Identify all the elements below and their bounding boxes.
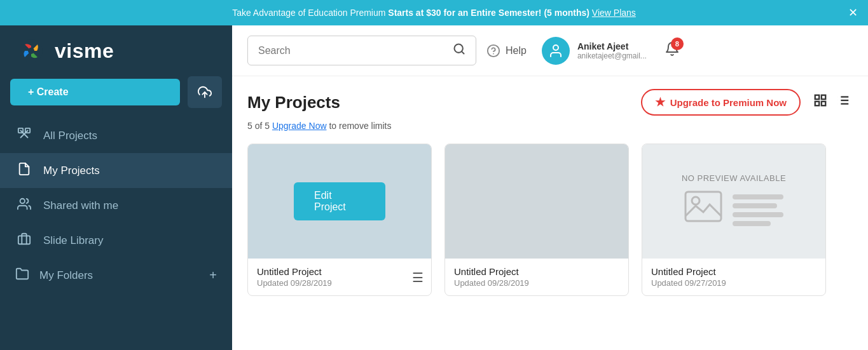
svg-point-13: [553, 45, 558, 50]
sidebar-actions: + Create: [0, 76, 232, 118]
svg-rect-8: [18, 236, 30, 244]
svg-point-1: [28, 48, 34, 54]
sidebar-item-shared-with-me[interactable]: Shared with me: [0, 188, 232, 223]
header-right: ★ Upgrade to Premium Now: [641, 89, 853, 116]
slide-library-icon: [15, 232, 33, 249]
my-folders-icon: [15, 267, 29, 284]
grid-icon: [813, 93, 827, 107]
svg-rect-24: [685, 192, 721, 221]
sidebar: visme + Create All Projects: [0, 25, 232, 350]
banner-text: Take Advantage of Education Premium Star…: [232, 8, 636, 18]
page-title: My Projects: [247, 93, 340, 112]
upgrade-star-icon: ★: [655, 95, 665, 109]
project-date: Updated 09/28/2019: [454, 278, 619, 288]
table-row[interactable]: NO PREVIEW AVAILABLE: [642, 144, 826, 296]
my-projects-icon: [15, 162, 33, 179]
all-projects-icon: [15, 127, 33, 144]
logo-text: visme: [55, 39, 114, 63]
add-folder-button[interactable]: +: [209, 268, 217, 283]
svg-rect-17: [822, 102, 825, 105]
project-thumbnail-2: [445, 144, 628, 259]
svg-line-10: [462, 51, 464, 54]
help-button[interactable]: Help: [486, 44, 527, 58]
notification-badge: 8: [671, 37, 684, 50]
user-icon: [548, 43, 563, 58]
upgrade-now-link[interactable]: Upgrade Now: [272, 121, 327, 131]
projects-grid: Edit Project Untitled Project Updated 09…: [247, 144, 853, 296]
banner-close-button[interactable]: ✕: [848, 6, 858, 20]
table-row[interactable]: Edit Project Untitled Project Updated 09…: [247, 144, 432, 296]
my-folders-label: My Folders: [39, 269, 93, 282]
user-email: aniketajeet@gmail...: [577, 51, 647, 60]
project-menu-button[interactable]: ☰: [412, 270, 424, 285]
slide-library-label: Slide Library: [43, 234, 104, 247]
help-icon: [486, 44, 500, 58]
search-button[interactable]: [453, 43, 465, 58]
edit-project-button[interactable]: Edit Project: [294, 182, 385, 220]
upload-icon: [198, 84, 212, 100]
sidebar-item-my-projects[interactable]: My Projects: [0, 153, 232, 188]
create-button[interactable]: + Create: [10, 79, 180, 105]
sidebar-item-slide-library[interactable]: Slide Library: [0, 223, 232, 258]
project-thumbnail-3: NO PREVIEW AVAILABLE: [642, 144, 825, 259]
view-toggle: [811, 91, 853, 114]
svg-rect-14: [815, 95, 819, 99]
user-name: Aniket Ajeet: [577, 41, 647, 51]
no-preview-label: NO PREVIEW AVAILABLE: [682, 173, 786, 183]
projects-header: My Projects ★ Upgrade to Premium Now: [247, 89, 853, 116]
all-projects-label: All Projects: [43, 130, 97, 142]
notifications-button[interactable]: 8: [665, 41, 680, 60]
project-info-2: Untitled Project Updated 09/28/2019: [445, 259, 628, 295]
project-thumbnail-1: Edit Project: [248, 144, 431, 259]
project-info-1: Untitled Project Updated 09/28/2019 ☰: [248, 259, 431, 295]
logo-area: visme: [0, 25, 232, 76]
search-box: [247, 36, 476, 65]
shared-with-me-icon: [15, 197, 33, 214]
grid-view-button[interactable]: [811, 91, 830, 114]
svg-point-7: [20, 199, 25, 203]
view-plans-link[interactable]: View Plans: [592, 8, 636, 18]
shared-with-me-label: Shared with me: [43, 199, 118, 212]
list-icon: [836, 93, 850, 107]
user-area: Aniket Ajeet aniketajeet@gmail...: [542, 37, 647, 65]
project-date: Updated 09/28/2019: [257, 278, 422, 288]
search-icon: [453, 43, 465, 55]
main-content: Help Aniket Ajeet aniketajeet@gmail...: [232, 25, 868, 350]
upgrade-button[interactable]: ★ Upgrade to Premium Now: [641, 89, 801, 116]
table-row[interactable]: Untitled Project Updated 09/28/2019: [444, 144, 629, 296]
project-name: Untitled Project: [454, 266, 619, 277]
user-info: Aniket Ajeet aniketajeet@gmail...: [577, 41, 647, 60]
upload-button[interactable]: [188, 76, 222, 108]
visme-logo-icon: [15, 38, 47, 64]
project-date: Updated 09/27/2019: [651, 278, 816, 288]
sidebar-item-all-projects[interactable]: All Projects: [0, 118, 232, 153]
project-info-3: Untitled Project Updated 09/27/2019: [642, 259, 825, 295]
projects-meta: 5 of 5 Upgrade Now to remove limits: [247, 121, 853, 131]
svg-point-25: [692, 197, 699, 205]
svg-rect-16: [815, 102, 819, 105]
project-name: Untitled Project: [257, 266, 422, 277]
list-view-button[interactable]: [834, 91, 853, 114]
no-preview-image-icon: [684, 191, 722, 229]
project-name: Untitled Project: [651, 266, 816, 277]
projects-area: My Projects ★ Upgrade to Premium Now: [232, 76, 868, 350]
header: Help Aniket Ajeet aniketajeet@gmail...: [232, 25, 868, 76]
search-input[interactable]: [258, 45, 453, 57]
svg-rect-15: [822, 95, 825, 99]
sidebar-item-my-folders[interactable]: My Folders +: [0, 258, 232, 293]
my-projects-label: My Projects: [43, 165, 100, 177]
top-banner: Take Advantage of Education Premium Star…: [0, 0, 868, 25]
avatar: [542, 37, 570, 65]
